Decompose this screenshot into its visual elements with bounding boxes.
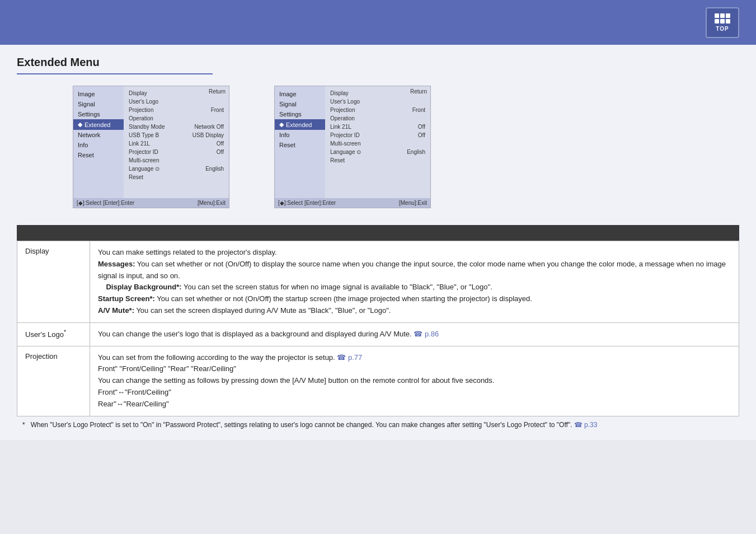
row-label-projection: Projection — [17, 346, 90, 416]
menu-row: Reset — [328, 156, 428, 165]
logo-dot — [715, 13, 719, 18]
menu-row: Link 21LOff — [328, 123, 428, 131]
table-row: Display You can make settings related to… — [17, 241, 739, 323]
logo-dot — [726, 13, 730, 18]
active-arrow-icon: ◆ — [78, 121, 82, 128]
active-arrow-icon-2: ◆ — [279, 121, 284, 128]
sidebar-item-signal-2[interactable]: Signal — [275, 99, 325, 109]
sidebar-item-reset-2[interactable]: Reset — [275, 140, 325, 150]
sidebar-item-info-1[interactable]: Info — [73, 140, 124, 150]
menus-area: Image Signal Settings ◆Extended Network … — [17, 86, 739, 208]
logo-dot — [726, 19, 730, 24]
menu-row: Projector IDOff — [328, 131, 428, 139]
page-title: Extended Menu — [17, 56, 739, 69]
row-label-users-logo: User's Logo* — [17, 322, 90, 346]
link-p86[interactable]: ☎ p.86 — [414, 330, 439, 338]
row-content-display: You can make settings related to the pro… — [90, 241, 739, 323]
sidebar-item-reset-1[interactable]: Reset — [73, 150, 124, 160]
menu-return-1: Return — [209, 88, 226, 95]
menu-footer-exit-1: [Menu]:Exit — [198, 200, 226, 206]
menu-row: User's Logo — [328, 97, 428, 106]
menu-row: Multi-screen — [328, 139, 428, 148]
menu-row: Operation — [328, 114, 428, 123]
sidebar-item-network-1[interactable]: Network — [73, 130, 124, 140]
menu-footer-2: [◆]:Select [Enter]:Enter [Menu]:Exit — [275, 198, 430, 208]
menu-row: USB Type BUSB Display — [126, 131, 226, 139]
content-table: Display You can make settings related to… — [17, 241, 739, 416]
menu-row: ProjectionFront — [126, 106, 226, 114]
row-content-projection: You can set from the following according… — [90, 346, 739, 416]
menu-row: Link 21LOff — [126, 139, 226, 148]
link-p33[interactable]: ☎ p.33 — [574, 421, 598, 429]
menu-row: Standby ModeNetwork Off — [126, 123, 226, 131]
logo-dot — [720, 19, 725, 24]
menu-row: ProjectionFront — [328, 106, 428, 114]
sidebar-item-settings-2[interactable]: Settings — [275, 109, 325, 119]
menu-footer-exit-2: [Menu]:Exit — [399, 200, 427, 206]
menu-row: Multi-screen — [126, 156, 226, 165]
brand-logo: TOP — [706, 7, 739, 38]
sidebar-item-image-2[interactable]: Image — [275, 89, 325, 99]
menu-inner-2: Image Signal Settings ◆Extended Info Res… — [275, 86, 430, 198]
menu-inner-1: Image Signal Settings ◆Extended Network … — [73, 86, 229, 198]
menu-row: Language ⊙English — [126, 165, 226, 173]
logo-dot — [720, 13, 725, 18]
sidebar-item-settings-1[interactable]: Settings — [73, 109, 124, 119]
logo-dot — [715, 19, 719, 24]
footnote: * When "User's Logo Protect" is set to "… — [17, 421, 739, 429]
table-row: User's Logo* You can change the user's l… — [17, 322, 739, 346]
menu-footer-1: [◆]:Select [Enter]:Enter [Menu]:Exit — [73, 198, 229, 208]
menu-row: Language ⊙English — [328, 148, 428, 156]
page-content: Extended Menu Image Signal Settings ◆Ext… — [0, 45, 756, 440]
menu-mockup-2: Image Signal Settings ◆Extended Info Res… — [274, 86, 431, 208]
menu-sidebar-2: Image Signal Settings ◆Extended Info Res… — [275, 86, 325, 198]
menu-mockup-1: Image Signal Settings ◆Extended Network … — [73, 86, 229, 208]
logo-grid-icon — [715, 13, 730, 24]
title-underline — [17, 73, 213, 74]
sidebar-item-image-1[interactable]: Image — [73, 89, 124, 99]
menu-row: Operation — [126, 114, 226, 123]
menu-return-2: Return — [410, 88, 427, 95]
menu-sidebar-1: Image Signal Settings ◆Extended Network … — [73, 86, 124, 198]
sidebar-item-signal-1[interactable]: Signal — [73, 99, 124, 109]
header: TOP — [0, 0, 756, 45]
menu-main-2: Return Display User's Logo ProjectionFro… — [325, 86, 430, 198]
menu-main-1: Return Display User's Logo ProjectionFro… — [124, 86, 229, 198]
menu-row: Projector IDOff — [126, 148, 226, 156]
row-content-users-logo: You can change the user's logo that is d… — [90, 322, 739, 346]
link-p77[interactable]: ☎ p.77 — [337, 353, 362, 362]
menu-row: Reset — [126, 173, 226, 181]
dark-divider-bar — [17, 225, 739, 241]
sidebar-item-extended-1[interactable]: ◆Extended — [73, 119, 124, 130]
footnote-text: * When "User's Logo Protect" is set to "… — [22, 421, 597, 429]
menu-footer-text-1: [◆]:Select [Enter]:Enter — [77, 200, 134, 206]
menu-row: User's Logo — [126, 97, 226, 106]
logo-label: TOP — [716, 26, 729, 32]
sidebar-item-extended-2[interactable]: ◆Extended — [275, 119, 325, 130]
row-label-display: Display — [17, 241, 90, 323]
table-row: Projection You can set from the followin… — [17, 346, 739, 416]
menu-footer-text-2: [◆]:Select [Enter]:Enter — [278, 200, 336, 206]
sidebar-item-info-2[interactable]: Info — [275, 130, 325, 140]
